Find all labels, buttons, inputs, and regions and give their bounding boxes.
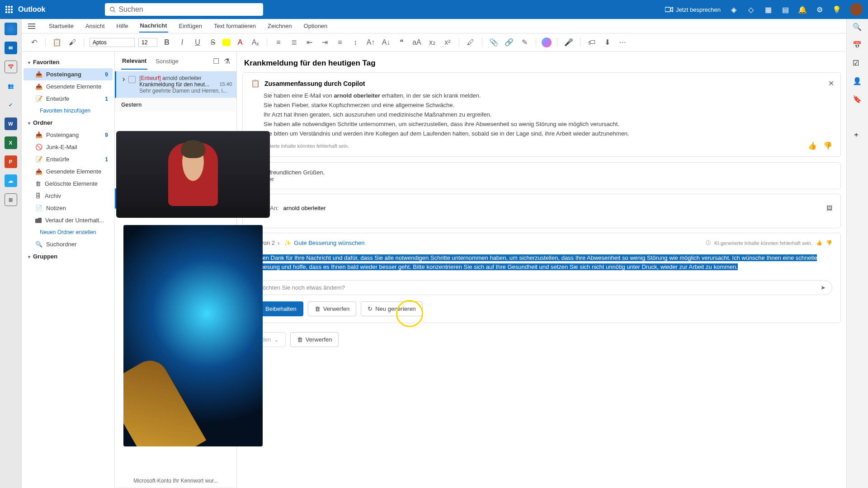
message-item[interactable]: [Entwurf] arnold oberleiter Krankmeldung…: [115, 71, 236, 98]
change-case-icon[interactable]: aA: [411, 37, 423, 48]
close-icon[interactable]: ✕: [828, 79, 834, 88]
thumbs-down-icon[interactable]: 👎: [823, 141, 832, 150]
font-color-icon[interactable]: A: [234, 37, 246, 48]
draft-tone-button[interactable]: ✨ Gute Besserung wünschen: [284, 239, 364, 246]
tab-ansicht[interactable]: Ansicht: [85, 20, 106, 32]
notifications-icon[interactable]: 🔔: [798, 5, 807, 14]
refine-prompt-input[interactable]: Möchten Sie noch etwas ändern? ➤: [251, 280, 832, 295]
rr-todo-icon[interactable]: ☑: [853, 59, 863, 69]
highlight-icon[interactable]: [222, 39, 231, 46]
tab-einfuegen[interactable]: Einfügen: [178, 20, 203, 32]
folder-entwuerfe[interactable]: 📝Entwürfe1: [24, 153, 113, 165]
fav-entwuerfe[interactable]: 📝Entwürfe1: [24, 93, 113, 105]
filter-icon[interactable]: ⚗: [224, 57, 230, 66]
superscript-icon[interactable]: x²: [442, 37, 453, 48]
thumbs-up-icon[interactable]: 👍: [816, 240, 822, 246]
draft-text-area[interactable]: Vielen Dank für Ihre Nachricht und dafür…: [251, 252, 832, 273]
tab-optionen[interactable]: Optionen: [303, 20, 329, 32]
discard-button[interactable]: 🗑Verwerfen: [290, 332, 339, 347]
tab-zeichnen[interactable]: Zeichnen: [267, 20, 292, 32]
font-size-select[interactable]: [138, 38, 157, 47]
tab-sonstige[interactable]: Sonstige: [155, 53, 179, 69]
rail-word-icon[interactable]: W: [5, 117, 17, 130]
folder-suchordner[interactable]: 🔍Suchordner: [24, 238, 113, 250]
decrease-font-icon[interactable]: A↓: [380, 37, 392, 48]
add-favorite-link[interactable]: Favoriten hinzufügen: [24, 105, 113, 117]
increase-font-icon[interactable]: A↑: [365, 37, 377, 48]
folder-posteingang[interactable]: 📥Posteingang9: [24, 129, 113, 141]
rail-todo-icon[interactable]: ✓: [5, 99, 17, 111]
regenerate-button[interactable]: ↻Neu generieren: [361, 301, 423, 316]
undo-icon[interactable]: ↶: [28, 37, 40, 48]
signature-icon[interactable]: ✎: [519, 37, 530, 48]
account-avatar[interactable]: [850, 3, 863, 16]
nav-toggle-icon[interactable]: [28, 23, 35, 29]
rail-excel-icon[interactable]: X: [5, 136, 17, 149]
link-icon[interactable]: 🔗: [503, 37, 515, 48]
next-draft-icon[interactable]: ›: [278, 239, 279, 246]
quote-icon[interactable]: ❝: [396, 37, 407, 48]
thumbs-up-icon[interactable]: 👍: [808, 141, 817, 150]
rail-powerpoint-icon[interactable]: P: [5, 155, 17, 168]
rr-bookmark-icon[interactable]: 🔖: [853, 95, 863, 105]
bullets-icon[interactable]: ≡: [273, 37, 284, 48]
folders-header[interactable]: Ordner: [24, 117, 113, 129]
send-prompt-icon[interactable]: ➤: [821, 284, 826, 291]
paste-icon[interactable]: 📋: [51, 37, 63, 48]
attach-icon[interactable]: 📎: [488, 37, 500, 48]
select-all-icon[interactable]: ☐: [213, 57, 219, 66]
line-spacing-icon[interactable]: ↕: [349, 37, 361, 48]
folder-archiv[interactable]: 🗄Archiv: [24, 190, 113, 202]
thumbs-down-icon[interactable]: 👎: [826, 240, 832, 246]
indent-icon[interactable]: ⇥: [319, 37, 330, 48]
folder-geloeschte[interactable]: 🗑Gelöschte Elemente: [24, 178, 113, 190]
notes-icon[interactable]: ▤: [781, 5, 789, 14]
fav-gesendete[interactable]: 📤Gesendete Elemente: [24, 80, 113, 93]
search-input[interactable]: Suchen: [105, 3, 263, 16]
rail-people-icon[interactable]: 👥: [5, 80, 17, 92]
tab-relevant[interactable]: Relevant: [121, 53, 147, 70]
app-launcher-icon[interactable]: [5, 6, 13, 13]
format-painter-icon[interactable]: 🖌: [66, 37, 78, 48]
clear-format-icon[interactable]: Aᵪ: [250, 37, 261, 48]
numbering-icon[interactable]: ≣: [288, 37, 300, 48]
groups-header[interactable]: Gruppen: [24, 250, 113, 263]
message-checkbox[interactable]: [128, 76, 136, 83]
rr-calendar-icon[interactable]: 📅: [853, 41, 863, 51]
tab-text-formatieren[interactable]: Text formatieren: [213, 20, 257, 32]
dictate-icon[interactable]: 🎤: [563, 37, 575, 48]
discard-draft-button[interactable]: 🗑Verwerfen: [308, 301, 357, 316]
styles-icon[interactable]: 🖊: [465, 37, 476, 48]
rail-onedrive-icon[interactable]: ☁: [5, 174, 17, 187]
download-icon[interactable]: ⬇: [601, 37, 613, 48]
rr-contacts-icon[interactable]: 👤: [853, 77, 863, 87]
subscript-icon[interactable]: x₂: [426, 37, 438, 48]
more-icon[interactable]: ⋯: [617, 37, 628, 48]
rail-home-icon[interactable]: [5, 23, 17, 35]
rr-add-icon[interactable]: ＋: [853, 130, 863, 140]
to-recipient[interactable]: arnold oberleiter: [283, 205, 326, 211]
align-icon[interactable]: ≡: [334, 37, 346, 48]
italic-icon[interactable]: I: [176, 37, 188, 48]
tab-hilfe[interactable]: Hilfe: [116, 20, 129, 32]
teams-icon[interactable]: ◈: [730, 5, 738, 14]
folder-notizen[interactable]: 📄Notizen: [24, 202, 113, 214]
meet-now-button[interactable]: Jetzt besprechen: [665, 6, 721, 13]
tab-startseite[interactable]: Startseite: [48, 20, 75, 32]
font-name-select[interactable]: [90, 38, 135, 47]
rail-calendar-icon[interactable]: 📅: [5, 61, 17, 73]
strike-icon[interactable]: S: [207, 37, 219, 48]
rr-search-icon[interactable]: 🔍: [853, 23, 863, 33]
calendar-day-icon[interactable]: ▦: [764, 5, 772, 14]
folder-junk[interactable]: 🚫Junk-E-Mail: [24, 141, 113, 153]
favorites-header[interactable]: Favoriten: [24, 56, 113, 68]
fav-posteingang[interactable]: 📥Posteingang9: [24, 68, 113, 80]
message-item[interactable]: Microsoft-Konto Ihr Kennwort wur...: [115, 474, 236, 488]
tab-nachricht[interactable]: Nachricht: [139, 19, 168, 33]
diamond-icon[interactable]: ◇: [747, 5, 755, 14]
folder-verlauf[interactable]: Verlauf der Unterhalt...: [24, 214, 113, 226]
expand-icon[interactable]: [123, 75, 125, 94]
underline-icon[interactable]: U: [192, 37, 203, 48]
bold-icon[interactable]: B: [161, 37, 173, 48]
settings-icon[interactable]: ⚙: [816, 5, 824, 14]
